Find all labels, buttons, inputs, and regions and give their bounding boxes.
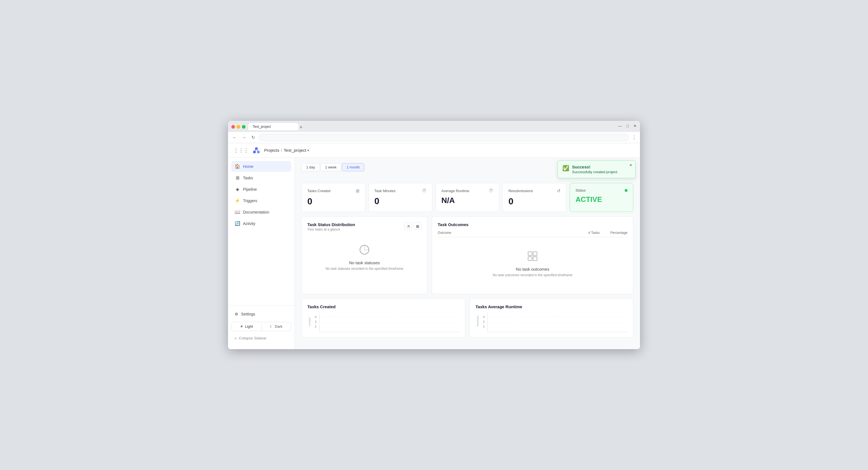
stats-row: Tasks Created ⊞ 0 Task Minutes ⏱ 0: [302, 183, 633, 212]
svg-text:Runtimes: Runtimes: [476, 316, 479, 326]
svg-rect-6: [528, 252, 532, 256]
tasks-icon: ⊞: [235, 175, 240, 181]
reload-button[interactable]: ↻: [250, 134, 256, 141]
forward-button[interactable]: →: [241, 134, 247, 141]
stat-title-avg-runtime: Average Runtime: [441, 189, 469, 193]
outcome-col-tasks: # Tasks: [572, 231, 600, 235]
collapse-icon: «: [235, 336, 237, 340]
sidebar-item-activity[interactable]: 🔄 Activity: [231, 218, 291, 229]
sidebar-item-label: Tasks: [243, 176, 253, 180]
charts-row: Task Status Distribution Your tasks at a…: [302, 216, 633, 294]
svg-text:2: 2: [483, 325, 485, 328]
apps-grid-icon[interactable]: ⋮⋮⋮: [234, 147, 249, 153]
pie-chart-icon-button[interactable]: ◔: [404, 222, 412, 230]
stat-card-tasks-created: Tasks Created ⊞ 0: [302, 183, 365, 212]
tasks-created-chart: 4 3 2 Created: [307, 312, 459, 335]
settings-label: Settings: [241, 312, 255, 316]
stat-title-tasks-created: Tasks Created: [307, 189, 331, 193]
stat-title-resubmissions: Resubmissions: [508, 189, 533, 193]
outcome-col-percentage: Percentage: [600, 231, 627, 235]
activity-icon: 🔄: [235, 221, 240, 226]
breadcrumb: Projects / Test_project ▾: [264, 148, 309, 153]
home-icon: 🏠: [235, 164, 240, 169]
breadcrumb-separator: /: [281, 148, 282, 153]
tasks-avg-runtime-chart: 4 3 2 Runtimes: [475, 312, 627, 335]
main-content: ✅ Success! Successfully created project.…: [295, 158, 640, 349]
breadcrumb-project[interactable]: Test_project ▾: [284, 148, 309, 153]
bottom-charts-row: Tasks Created 4 3 2 Created: [302, 299, 633, 338]
tab-title: Test_project: [253, 125, 271, 129]
bar-chart-icon-button[interactable]: ▦: [414, 222, 422, 230]
stat-value-resubmissions: 0: [508, 196, 560, 207]
stat-title-status: Status: [576, 188, 586, 192]
success-icon: ✅: [562, 165, 569, 171]
task-status-dist-title: Task Status Distribution: [307, 222, 355, 227]
sidebar-settings[interactable]: ⚙ Settings: [231, 309, 291, 319]
svg-text:4: 4: [315, 315, 316, 318]
window-minimize-ctrl[interactable]: —: [618, 124, 622, 128]
window-close-ctrl[interactable]: ✕: [633, 124, 637, 128]
sidebar-item-label: Activity: [243, 221, 255, 226]
address-bar[interactable]: [259, 134, 629, 141]
sidebar-item-triggers[interactable]: ⚡ Triggers: [231, 195, 291, 206]
breadcrumb-project-name: Test_project: [284, 148, 306, 153]
browser-tab[interactable]: Test_project: [248, 123, 299, 130]
sidebar: 🏠 Home ⊞ Tasks ◈ Pipeline ⚡ Triggers: [228, 158, 295, 349]
task-status-empty-title: No task statuses: [349, 260, 380, 265]
task-outcomes-empty-state: No task outcomes No task outcomes record…: [438, 240, 627, 288]
toast-close-button[interactable]: ✕: [629, 163, 632, 167]
sidebar-item-label: Home: [243, 164, 253, 169]
clock-icon: ⏱: [422, 188, 427, 193]
sun-icon: ☀: [240, 324, 243, 328]
task-status-empty-msg: No task statuses recorded in the specifi…: [326, 267, 403, 271]
stat-card-task-minutes: Task Minutes ⏱ 0: [369, 183, 432, 212]
window-close-button[interactable]: [231, 125, 235, 129]
stat-card-resubmissions: Resubmissions ↺ 0: [502, 183, 566, 212]
light-theme-button[interactable]: ☀ Light: [231, 322, 261, 331]
outcomes-table-header: Outcome # Tasks Percentage: [438, 228, 627, 237]
stat-value-avg-runtime: N/A: [441, 196, 494, 205]
svg-text:Created: Created: [308, 317, 311, 326]
stat-card-avg-runtime: Average Runtime ⏱ N/A: [436, 183, 499, 212]
window-maximize-button[interactable]: [242, 125, 246, 129]
task-outcomes-empty-msg: No task outcomes recorded in the specifi…: [493, 273, 572, 277]
tasks-created-chart-card: Tasks Created 4 3 2 Created: [302, 299, 465, 338]
back-button[interactable]: ←: [231, 134, 238, 141]
svg-text:4: 4: [483, 315, 485, 318]
window-restore-ctrl[interactable]: □: [627, 124, 629, 128]
sidebar-item-tasks[interactable]: ⊞ Tasks: [231, 173, 291, 183]
sidebar-item-pipeline[interactable]: ◈ Pipeline: [231, 184, 291, 195]
chevron-down-icon: ▾: [307, 148, 309, 152]
tasks-avg-runtime-chart-title: Tasks Average Runtime: [475, 304, 627, 309]
browser-more-button[interactable]: ⋮: [632, 134, 637, 140]
app-logo: [252, 146, 261, 155]
svg-text:3: 3: [483, 320, 485, 323]
stat-title-task-minutes: Task Minutes: [374, 189, 396, 193]
task-status-dist-subtitle: Your tasks at a glance: [307, 227, 355, 231]
sidebar-item-documentation[interactable]: 📖 Documentation: [231, 207, 291, 217]
time-filter-1day[interactable]: 1 day: [302, 163, 320, 171]
clock2-icon: ⏱: [489, 188, 493, 193]
time-filter-1month[interactable]: 1 month: [342, 163, 364, 171]
new-tab-button[interactable]: +: [299, 124, 304, 130]
dark-theme-button[interactable]: ☾ Dark: [261, 322, 291, 331]
svg-text:2: 2: [315, 325, 316, 328]
task-outcomes-empty-title: No task outcomes: [516, 267, 549, 272]
success-toast: ✅ Success! Successfully created project.…: [558, 160, 636, 178]
task-outcomes-card: Task Outcomes Outcome # Tasks Percentage: [432, 216, 633, 294]
svg-rect-8: [528, 257, 532, 261]
outcome-col-outcome: Outcome: [438, 231, 572, 235]
sidebar-item-home[interactable]: 🏠 Home: [231, 161, 291, 172]
moon-icon: ☾: [270, 324, 273, 328]
svg-rect-7: [533, 252, 537, 256]
breadcrumb-projects[interactable]: Projects: [264, 148, 279, 153]
dark-label: Dark: [275, 324, 282, 328]
pipeline-icon: ◈: [235, 187, 240, 192]
refresh-icon: ↺: [557, 188, 560, 193]
svg-rect-9: [533, 257, 537, 261]
collapse-sidebar-button[interactable]: « Collapse Sidebar: [231, 334, 270, 342]
task-status-empty-state: No task statuses No task statuses record…: [307, 233, 422, 282]
time-filter-1week[interactable]: 1 week: [320, 163, 341, 171]
window-minimize-button[interactable]: [237, 125, 240, 129]
triggers-icon: ⚡: [235, 198, 240, 203]
